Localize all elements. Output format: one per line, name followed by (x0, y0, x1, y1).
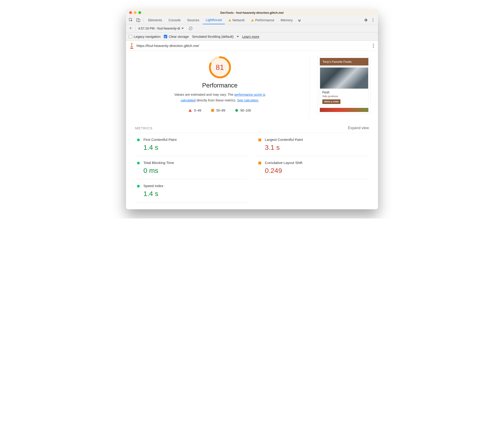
legend-pass: 90–100 (235, 109, 251, 112)
category-title: Performance (202, 82, 238, 89)
svg-rect-2 (138, 19, 140, 22)
report-menu-icon[interactable] (372, 43, 375, 49)
clear-storage-checkbox[interactable]: Clear storage (164, 35, 189, 38)
preview-pros-cons-button: PROS & CONS (322, 99, 340, 104)
square-icon (211, 109, 214, 112)
report-body: 81 Performance Values are estimated and … (126, 51, 378, 119)
metric-lcp[interactable]: Largest Contentful Paint 3.1 s (257, 133, 369, 156)
preview-column: Tony's Favorite Foods Fesh Salty goodnes… (310, 55, 374, 119)
tab-sources[interactable]: Sources (184, 16, 202, 24)
legend-avg-label: 50–89 (216, 109, 225, 112)
metric-value: 0.249 (265, 167, 302, 174)
new-report-button[interactable]: + (128, 26, 133, 31)
metric-name: Cumulative Layout Shift (265, 161, 302, 165)
preview-image-2 (320, 108, 368, 112)
svg-line-7 (190, 27, 192, 29)
circle-icon (235, 109, 238, 112)
metric-tbt[interactable]: Total Blocking Time 0 ms (135, 156, 247, 179)
titlebar: DevTools - foul-heavenly-direction.glitc… (126, 9, 378, 16)
report-selector-label: 4:57:16 PM - foul-heavenly-di (138, 27, 180, 30)
tab-performance[interactable]: Performance (248, 16, 277, 24)
metrics-header: METRICS Expand view (135, 122, 369, 133)
preview-card-subtitle: Salty goodness (322, 95, 366, 98)
score-description: Values are estimated and may vary. The p… (171, 92, 269, 103)
metric-name: Total Blocking Time (143, 161, 174, 165)
clear-icon[interactable] (187, 25, 194, 32)
legend-average: 50–89 (211, 109, 225, 112)
warning-icon (251, 19, 254, 21)
svg-rect-10 (131, 43, 133, 44)
metric-name: Speed Index (143, 184, 163, 188)
page-preview[interactable]: Tony's Favorite Foods Fesh Salty goodnes… (318, 56, 370, 114)
tab-elements[interactable]: Elements (146, 16, 165, 24)
more-tabs-icon[interactable] (296, 17, 303, 23)
maximize-window-button[interactable] (138, 11, 141, 14)
svg-point-5 (373, 21, 373, 22)
metric-cls[interactable]: Cumulative Layout Shift 0.249 (257, 156, 369, 179)
svg-point-3 (373, 18, 373, 19)
see-calculator-link[interactable]: See calculator. (237, 99, 259, 102)
minimize-window-button[interactable] (134, 11, 137, 14)
performance-gauge[interactable]: 81 (209, 56, 231, 78)
tab-console[interactable]: Console (166, 16, 183, 24)
chevron-down-icon (182, 28, 184, 29)
tab-performance-label: Performance (255, 18, 274, 22)
devtools-tab-bar: Elements Console Sources Lighthouse Netw… (126, 16, 378, 24)
desc-text: directly from these metrics. (196, 99, 237, 102)
expand-view-link[interactable]: Expand view (348, 126, 369, 130)
average-icon (258, 138, 261, 141)
warning-icon (229, 19, 231, 21)
device-toolbar-icon[interactable] (135, 17, 142, 23)
lighthouse-toolbar: + 4:57:16 PM - foul-heavenly-di (126, 24, 378, 33)
tab-memory[interactable]: Memory (278, 16, 295, 24)
metric-value: 3.1 s (265, 144, 303, 151)
tab-network[interactable]: Network (226, 16, 247, 24)
chevron-down-icon (237, 36, 239, 37)
lighthouse-settings-bar: Legacy navigation Clear storage Simulate… (126, 33, 378, 41)
throttling-label: Simulated throttling (default) (192, 35, 233, 38)
metric-value: 0 ms (143, 167, 174, 174)
kebab-menu-icon[interactable] (370, 17, 376, 23)
throttling-dropdown[interactable]: Simulated throttling (default) (192, 35, 239, 38)
legacy-navigation-checkbox[interactable]: Legacy navigation (129, 35, 161, 38)
legend-fail: 0–49 (189, 109, 201, 112)
svg-rect-8 (130, 45, 134, 46)
preview-card-body: Fesh Salty goodness PROS & CONS (320, 89, 368, 106)
legacy-navigation-label: Legacy navigation (134, 35, 161, 38)
clear-storage-label: Clear storage (169, 35, 189, 38)
metrics-section: METRICS Expand view First Contentful Pai… (126, 119, 378, 209)
learn-more-link[interactable]: Learn more (242, 35, 259, 38)
legend-fail-label: 0–49 (194, 109, 201, 112)
checkbox-icon (129, 35, 132, 38)
metric-value: 1.4 s (143, 190, 163, 198)
svg-rect-9 (130, 47, 134, 48)
preview-image (320, 68, 368, 89)
inspect-element-icon[interactable] (128, 17, 134, 23)
metrics-grid: First Contentful Paint 1.4 s Largest Con… (135, 133, 369, 202)
metrics-heading: METRICS (135, 126, 153, 130)
average-icon (258, 162, 261, 164)
close-window-button[interactable] (129, 11, 132, 14)
performance-score: 81 (209, 56, 231, 78)
metric-fcp[interactable]: First Contentful Paint 1.4 s (135, 133, 247, 156)
score-legend: 0–49 50–89 90–100 (189, 109, 251, 112)
report-selector[interactable]: 4:57:16 PM - foul-heavenly-di (135, 26, 185, 31)
metric-value: 1.4 s (143, 144, 177, 151)
legend-pass-label: 90–100 (240, 109, 251, 112)
window-title: DevTools - foul-heavenly-direction.glitc… (126, 11, 378, 14)
separator (143, 18, 144, 22)
svg-point-4 (373, 20, 373, 20)
checkbox-checked-icon (164, 35, 167, 38)
preview-card-title: Fesh (322, 91, 366, 94)
devtools-window: DevTools - foul-heavenly-direction.glitc… (126, 9, 378, 209)
tab-lighthouse[interactable]: Lighthouse (203, 16, 225, 24)
score-column: 81 Performance Values are estimated and … (130, 55, 310, 119)
report-url: https://foul-heavenly-direction.glitch.m… (137, 44, 370, 48)
pass-icon (137, 138, 140, 141)
metric-si[interactable]: Speed Index 1.4 s (135, 179, 247, 202)
triangle-icon (189, 109, 192, 112)
tab-network-label: Network (232, 18, 245, 22)
pass-icon (137, 162, 140, 164)
gear-icon[interactable] (362, 17, 369, 23)
pass-icon (137, 185, 140, 188)
